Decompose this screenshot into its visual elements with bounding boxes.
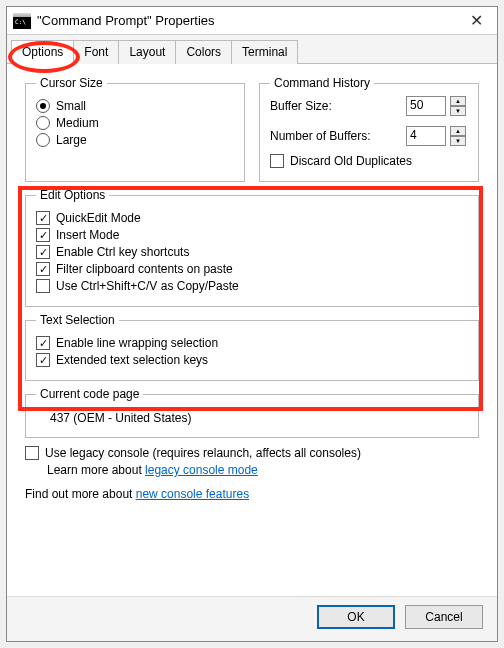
checkbox-icon (36, 336, 50, 350)
tab-options[interactable]: Options (11, 40, 74, 64)
insert-mode-label: Insert Mode (56, 228, 119, 242)
command-history-legend: Command History (270, 76, 374, 90)
spin-down-icon[interactable]: ▼ (450, 136, 466, 146)
discard-duplicates-row[interactable]: Discard Old Duplicates (270, 154, 468, 168)
buffer-size-label: Buffer Size: (270, 99, 402, 113)
quickedit-label: QuickEdit Mode (56, 211, 141, 225)
ok-button-label: OK (347, 610, 364, 624)
dialog-footer: OK Cancel (7, 596, 497, 641)
tab-layout-label: Layout (129, 45, 165, 59)
checkbox-icon (36, 228, 50, 242)
discard-duplicates-label: Discard Old Duplicates (290, 154, 412, 168)
legacy-learn-prefix: Learn more about (47, 463, 145, 477)
tab-terminal[interactable]: Terminal (231, 40, 298, 64)
cursor-large-row[interactable]: Large (36, 133, 234, 147)
tab-font[interactable]: Font (73, 40, 119, 64)
ok-button[interactable]: OK (317, 605, 395, 629)
ctrl-shortcuts-row[interactable]: Enable Ctrl key shortcuts (36, 245, 468, 259)
ctrl-shortcuts-label: Enable Ctrl key shortcuts (56, 245, 189, 259)
cursor-small-label: Small (56, 99, 86, 113)
ctrl-shift-cv-row[interactable]: Use Ctrl+Shift+C/V as Copy/Paste (36, 279, 468, 293)
legacy-learn-more: Learn more about legacy console mode (47, 463, 479, 477)
new-features-link[interactable]: new console features (136, 487, 249, 501)
find-out-prefix: Find out more about (25, 487, 136, 501)
num-buffers-value: 4 (410, 128, 417, 142)
cmd-icon (13, 13, 31, 29)
tab-content: Cursor Size Small Medium Large Command H… (7, 64, 497, 596)
legacy-learn-link[interactable]: legacy console mode (145, 463, 258, 477)
text-selection-legend: Text Selection (36, 313, 119, 327)
legacy-console-label: Use legacy console (requires relaunch, a… (45, 446, 361, 460)
text-selection-group: Text Selection Enable line wrapping sele… (25, 313, 479, 381)
radio-icon (36, 133, 50, 147)
edit-options-legend: Edit Options (36, 188, 109, 202)
num-buffers-spinner: ▲ ▼ (450, 126, 466, 146)
buffer-size-value: 50 (410, 98, 423, 112)
filter-clipboard-row[interactable]: Filter clipboard contents on paste (36, 262, 468, 276)
checkbox-icon (36, 245, 50, 259)
cursor-size-group: Cursor Size Small Medium Large (25, 76, 245, 182)
find-out-more: Find out more about new console features (25, 487, 479, 501)
tab-font-label: Font (84, 45, 108, 59)
codepage-value: 437 (OEM - United States) (36, 407, 468, 427)
titlebar: "Command Prompt" Properties ✕ (7, 7, 497, 35)
cursor-large-label: Large (56, 133, 87, 147)
spin-up-icon[interactable]: ▲ (450, 96, 466, 106)
cursor-size-legend: Cursor Size (36, 76, 107, 90)
legacy-learn-link-text: legacy console mode (145, 463, 258, 477)
command-history-group: Command History Buffer Size: 50 ▲ ▼ Numb… (259, 76, 479, 182)
close-icon[interactable]: ✕ (462, 11, 491, 30)
tab-terminal-label: Terminal (242, 45, 287, 59)
cursor-medium-label: Medium (56, 116, 99, 130)
spin-down-icon[interactable]: ▼ (450, 106, 466, 116)
checkbox-icon (36, 279, 50, 293)
codepage-group: Current code page 437 (OEM - United Stat… (25, 387, 479, 438)
cancel-button[interactable]: Cancel (405, 605, 483, 629)
tab-layout[interactable]: Layout (118, 40, 176, 64)
buffer-size-spinner: ▲ ▼ (450, 96, 466, 116)
insert-mode-row[interactable]: Insert Mode (36, 228, 468, 242)
tab-bar: Options Font Layout Colors Terminal (7, 35, 497, 64)
window-title: "Command Prompt" Properties (37, 13, 462, 28)
quickedit-row[interactable]: QuickEdit Mode (36, 211, 468, 225)
checkbox-icon (36, 353, 50, 367)
legacy-console-row[interactable]: Use legacy console (requires relaunch, a… (25, 446, 479, 460)
spin-up-icon[interactable]: ▲ (450, 126, 466, 136)
line-wrap-row[interactable]: Enable line wrapping selection (36, 336, 468, 350)
checkbox-icon (25, 446, 39, 460)
cancel-button-label: Cancel (425, 610, 462, 624)
cursor-small-row[interactable]: Small (36, 99, 234, 113)
radio-icon (36, 116, 50, 130)
checkbox-icon (36, 262, 50, 276)
extended-keys-row[interactable]: Extended text selection keys (36, 353, 468, 367)
new-features-link-text: new console features (136, 487, 249, 501)
properties-window: "Command Prompt" Properties ✕ Options Fo… (6, 6, 498, 642)
tab-options-label: Options (22, 45, 63, 59)
edit-options-group: Edit Options QuickEdit Mode Insert Mode … (25, 188, 479, 307)
ctrl-shift-cv-label: Use Ctrl+Shift+C/V as Copy/Paste (56, 279, 239, 293)
line-wrap-label: Enable line wrapping selection (56, 336, 218, 350)
num-buffers-input[interactable]: 4 (406, 126, 446, 146)
radio-icon (36, 99, 50, 113)
tab-colors-label: Colors (186, 45, 221, 59)
filter-clipboard-label: Filter clipboard contents on paste (56, 262, 233, 276)
extended-keys-label: Extended text selection keys (56, 353, 208, 367)
cursor-medium-row[interactable]: Medium (36, 116, 234, 130)
num-buffers-label: Number of Buffers: (270, 129, 402, 143)
checkbox-icon (36, 211, 50, 225)
codepage-legend: Current code page (36, 387, 143, 401)
buffer-size-input[interactable]: 50 (406, 96, 446, 116)
checkbox-icon (270, 154, 284, 168)
tab-colors[interactable]: Colors (175, 40, 232, 64)
